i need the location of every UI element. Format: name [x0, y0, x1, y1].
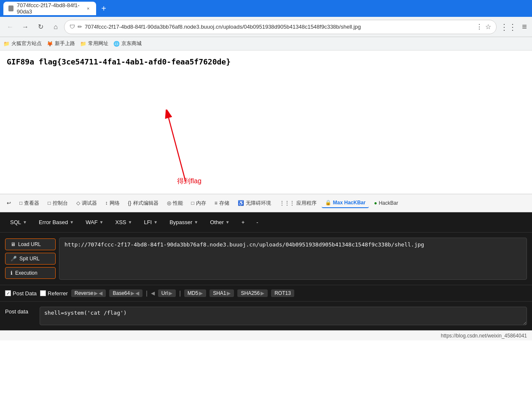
shield-icon: 🛡	[70, 24, 75, 30]
menu-icon[interactable]: ≡	[520, 22, 529, 32]
tab-favicon	[8, 5, 13, 11]
nav-bar: ← → ↻ ⌂ 🛡 ✏ 7074fccc-2f17-4bd8-84f1-90da…	[0, 17, 532, 37]
network-icon: ↕	[105, 200, 108, 206]
hackbar-menu-other[interactable]: Other ▼	[205, 217, 234, 228]
hackbar-menu-lfi[interactable]: LFI ▼	[139, 217, 163, 228]
bookmark-newcomer[interactable]: 🦊 新手上路	[47, 40, 75, 47]
xss-dropdown-arrow: ▼	[128, 220, 132, 225]
reverse-encode-btn[interactable]: Reverse ▶ ◀	[71, 289, 106, 297]
maxhackbar-icon: 🔒	[325, 200, 331, 206]
app-icon: ⋮⋮⋮	[279, 200, 295, 206]
hackbar-action-buttons: 🖥 Load URL 🎤 Spit URL ℹ Execution	[5, 238, 56, 279]
referrer-check[interactable]: Referrer	[40, 290, 68, 297]
devtools-app[interactable]: ⋮⋮⋮ 应用程序	[276, 198, 320, 209]
execution-icon: ℹ	[11, 270, 13, 276]
address-bar[interactable]: 🛡 ✏ 7074fccc-2f17-4bd8-84f1-90da3bb76af8…	[64, 20, 497, 34]
lfi-dropdown-arrow: ▼	[153, 220, 158, 225]
devtools-network[interactable]: ↕ 网络	[102, 198, 123, 209]
tab-close-button[interactable]: ×	[86, 5, 91, 12]
status-url: https://blog.csdn.net/weixin_45864041	[441, 333, 527, 339]
debugger-icon: ◇	[76, 200, 80, 206]
devtools-back[interactable]: ↩	[3, 198, 14, 208]
tab-title: 7074fccc-2f17-4bd8-84f1-90da3	[17, 2, 82, 15]
other-dropdown-arrow: ▼	[226, 220, 230, 225]
storage-icon: ≡	[215, 200, 218, 206]
hackbar-url-row: 🖥 Load URL 🎤 Spit URL ℹ Execution	[0, 233, 532, 285]
base64-encode-btn[interactable]: Base64 ▶ ◀	[109, 289, 142, 297]
waf-dropdown-arrow: ▼	[99, 220, 104, 225]
page-content: GIF89a flag{3ce54711-4fa1-4ab1-afd0-feaa…	[0, 51, 532, 194]
inspector-icon: □	[19, 200, 22, 206]
devtools-performance[interactable]: ◎ 性能	[164, 198, 186, 209]
left-arrow-1[interactable]: ◀	[151, 290, 155, 296]
pipe-separator-2: |	[179, 290, 181, 297]
sha256-btn[interactable]: SHA256 ▶	[237, 289, 268, 297]
hackbar-post-row: Post data	[0, 302, 532, 330]
url-encode-btn[interactable]: Url ▶	[158, 289, 176, 297]
annotation-container: 得到flag	[160, 110, 211, 187]
load-url-icon: 🖥	[11, 241, 16, 247]
spit-url-button[interactable]: 🎤 Spit URL	[5, 253, 56, 265]
devtools-storage[interactable]: ≡ 存储	[211, 198, 233, 209]
edit-icon: ✏	[78, 24, 82, 30]
hackbar-menu-errorbased[interactable]: Error Based ▼	[34, 217, 79, 228]
bookmark-common[interactable]: 📁 常用网址	[80, 40, 108, 47]
rot13-btn[interactable]: ROT13	[271, 289, 294, 297]
extensions-icon[interactable]: ⋮⋮	[498, 22, 519, 32]
hackbar-toolbar: SQL ▼ Error Based ▼ WAF ▼ XSS ▼ LFI ▼ By…	[0, 212, 532, 233]
new-tab-button[interactable]: +	[98, 3, 110, 14]
perf-icon: ◎	[167, 200, 171, 206]
arrow-svg	[160, 110, 211, 185]
sha1-btn[interactable]: SHA1 ▶	[210, 289, 234, 297]
hackbar-menu-sql[interactable]: SQL ▼	[5, 217, 32, 228]
svg-line-1	[169, 118, 185, 181]
devtools-memory[interactable]: □ 内存	[188, 198, 210, 209]
post-data-checkbox[interactable]: ✓	[5, 290, 11, 296]
browser-title-bar: 7074fccc-2f17-4bd8-84f1-90da3 × +	[0, 0, 532, 17]
hackbar-menu-waf[interactable]: WAF ▼	[81, 217, 108, 228]
address-text: 7074fccc-2f17-4bd8-84f1-90da3bb76af8.nod…	[85, 24, 472, 30]
status-bar: https://blog.csdn.net/weixin_45864041	[0, 330, 532, 340]
bookmark-icon[interactable]: ☆	[485, 23, 491, 31]
load-url-button[interactable]: 🖥 Load URL	[5, 238, 56, 250]
devtools-a11y[interactable]: ♿ 无障碍环境	[234, 198, 274, 209]
back-button[interactable]: ←	[3, 20, 17, 34]
post-data-input[interactable]	[40, 307, 527, 325]
memory-icon: □	[191, 200, 194, 206]
active-tab[interactable]: 7074fccc-2f17-4bd8-84f1-90da3 ×	[3, 2, 96, 15]
style-icon: {}	[128, 200, 132, 206]
devtools-back-icon: ↩	[7, 200, 11, 206]
hackbar-icon: ●	[374, 200, 377, 206]
address-menu-icon: ⋮	[476, 23, 483, 31]
referrer-checkbox[interactable]	[40, 290, 46, 296]
reload-button[interactable]: ↻	[34, 20, 47, 34]
devtools-maxhackbar[interactable]: 🔒 Max HacKBar	[322, 198, 369, 208]
devtools-inspector[interactable]: □ 查看器	[16, 198, 43, 209]
hackbar-menu-xss[interactable]: XSS ▼	[110, 217, 137, 228]
forward-button[interactable]: →	[19, 20, 32, 34]
devtools-hackbar[interactable]: ● HackBar	[371, 198, 401, 208]
annotation-text: 得到flag	[177, 177, 202, 186]
hackbar-menu-add[interactable]: +	[236, 217, 250, 228]
bookmarks-bar: 📁 火狐官方站点 🦊 新手上路 📁 常用网址 🌐 京东商城	[0, 37, 532, 51]
a11y-icon: ♿	[238, 200, 244, 206]
md5-btn[interactable]: MD5 ▶	[184, 289, 206, 297]
console-icon: □	[48, 200, 51, 206]
hackbar-area: SQL ▼ Error Based ▼ WAF ▼ XSS ▼ LFI ▼ By…	[0, 212, 532, 330]
devtools-bar: ↩ □ 查看器 □ 控制台 ◇ 调试器 ↕ 网络 {} 样式编辑器 ◎ 性能 □…	[0, 194, 532, 212]
post-data-check[interactable]: ✓ Post Data	[5, 290, 37, 297]
devtools-debugger[interactable]: ◇ 调试器	[73, 198, 100, 209]
hackbar-menu-bypasser[interactable]: Bypasser ▼	[164, 217, 203, 228]
bookmark-jd[interactable]: 🌐 京东商城	[113, 40, 142, 47]
bypasser-dropdown-arrow: ▼	[194, 220, 198, 225]
hackbar-menu-remove[interactable]: -	[251, 217, 263, 228]
devtools-style[interactable]: {} 样式编辑器	[125, 198, 162, 209]
execution-button[interactable]: ℹ Execution	[5, 267, 56, 279]
devtools-console[interactable]: □ 控制台	[44, 198, 71, 209]
bookmark-huhu[interactable]: 📁 火狐官方站点	[3, 40, 42, 47]
sql-dropdown-arrow: ▼	[23, 220, 27, 225]
hackbar-checks-row: ✓ Post Data Referrer Reverse ▶ ◀ Base64 …	[0, 285, 532, 302]
hackbar-url-input[interactable]	[59, 238, 527, 280]
flag-text: GIF89a flag{3ce54711-4fa1-4ab1-afd0-feaa…	[7, 57, 525, 66]
home-button[interactable]: ⌂	[49, 20, 62, 34]
